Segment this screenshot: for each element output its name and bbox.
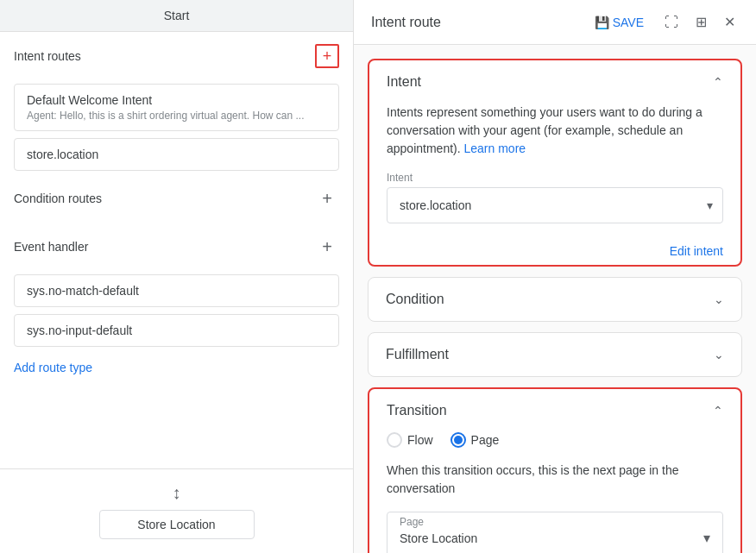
condition-section: Condition ⌄ xyxy=(368,277,742,322)
expand-button[interactable]: ⛶ xyxy=(661,11,682,34)
page-option-label: Page xyxy=(471,433,500,447)
flow-header: Start xyxy=(0,0,353,32)
intent-name-2: store.location xyxy=(27,148,326,161)
edit-intent-button[interactable]: Edit intent xyxy=(670,244,723,258)
right-panel-header: Intent route 💾 SAVE ⛶ ⊞ ✕ xyxy=(354,0,756,45)
page-field-select-row[interactable]: Store Location ▾ xyxy=(400,530,710,546)
add-event-handler-button[interactable]: + xyxy=(315,235,339,259)
add-condition-route-button[interactable]: + xyxy=(315,186,339,211)
flow-radio-circle xyxy=(387,432,402,448)
page-radio-circle xyxy=(450,432,466,448)
event-handler-header: Event handler + xyxy=(0,223,353,271)
close-button[interactable]: ✕ xyxy=(721,10,739,34)
intent-collapse-icon: ⌃ xyxy=(713,75,723,89)
condition-routes-label: Condition routes xyxy=(14,192,102,205)
condition-section-title: Condition xyxy=(386,292,444,307)
store-location-button[interactable]: Store Location xyxy=(99,510,255,539)
route-type-label: Intent route xyxy=(371,15,577,30)
intent-name-1: Default Welcome Intent xyxy=(27,93,326,107)
learn-more-link[interactable]: Learn more xyxy=(464,141,526,155)
page-radio-option[interactable]: Page xyxy=(450,432,500,448)
intent-select-wrapper: store.location ▾ xyxy=(387,187,723,223)
condition-routes-header: Condition routes + xyxy=(0,174,353,223)
transition-section-title: Transition xyxy=(387,403,447,418)
transition-section-body: Flow Page When this transition occurs, t… xyxy=(369,432,740,553)
event-handler-label: Event handler xyxy=(14,240,88,254)
transition-radio-group: Flow Page xyxy=(387,432,723,448)
sys-no-match-item[interactable]: sys.no-match-default xyxy=(14,274,339,307)
flow-radio-option[interactable]: Flow xyxy=(387,432,433,448)
transition-description: When this transition occurs, this is the… xyxy=(387,462,723,498)
add-route-type-link[interactable]: Add route type xyxy=(0,350,353,385)
condition-section-header[interactable]: Condition ⌄ xyxy=(369,278,741,321)
save-button[interactable]: 💾 SAVE xyxy=(588,12,651,33)
store-location-intent-item[interactable]: store.location xyxy=(14,138,339,171)
page-field-label: Page xyxy=(400,516,710,528)
transition-collapse-icon: ⌃ xyxy=(713,404,723,418)
page-radio-inner xyxy=(454,436,463,444)
page-field-value: Store Location xyxy=(400,531,477,545)
fulfillment-expand-icon: ⌄ xyxy=(714,348,724,361)
sys-no-input-item[interactable]: sys.no-input-default xyxy=(14,314,339,347)
intent-routes-header: Intent routes + xyxy=(0,32,353,80)
default-welcome-intent-item[interactable]: Default Welcome Intent Agent: Hello, thi… xyxy=(14,84,339,131)
intent-section-body: Intents represent something your users w… xyxy=(369,104,740,237)
left-panel: Start Intent routes + Default Welcome In… xyxy=(0,0,354,553)
intent-description: Intents represent something your users w… xyxy=(387,104,723,158)
fulfillment-section-title: Fulfillment xyxy=(386,347,449,362)
fulfillment-section: Fulfillment ⌄ xyxy=(368,332,742,377)
condition-expand-icon: ⌄ xyxy=(714,292,724,306)
left-bottom: ↕ Store Location xyxy=(0,468,353,553)
arrow-down-icon: ↕ xyxy=(173,483,181,503)
intent-section-header[interactable]: Intent ⌃ xyxy=(369,60,740,104)
right-panel-content: Intent ⌃ Intents represent something you… xyxy=(354,45,756,553)
intent-desc-1: Agent: Hello, this is a shirt ordering v… xyxy=(27,110,326,122)
flow-option-label: Flow xyxy=(407,433,433,447)
intent-section: Intent ⌃ Intents represent something you… xyxy=(368,59,742,267)
page-field-group: Page Store Location ▾ xyxy=(387,512,723,553)
add-intent-route-button[interactable]: + xyxy=(315,44,339,68)
save-icon: 💾 xyxy=(595,16,609,29)
edit-intent-row: Edit intent xyxy=(369,237,740,265)
save-label: SAVE xyxy=(613,16,644,29)
collapse-button[interactable]: ⊞ xyxy=(692,10,710,34)
right-panel: Intent route 💾 SAVE ⛶ ⊞ ✕ Intent ⌃ Inten… xyxy=(354,0,756,553)
transition-section: Transition ⌃ Flow Page xyxy=(368,387,742,553)
fulfillment-section-header[interactable]: Fulfillment ⌄ xyxy=(369,333,741,376)
transition-section-header[interactable]: Transition ⌃ xyxy=(369,389,740,432)
intent-section-title: Intent xyxy=(387,74,421,90)
page-select-chevron-icon: ▾ xyxy=(703,530,710,546)
intent-field-label: Intent xyxy=(387,172,723,184)
intent-routes-label: Intent routes xyxy=(14,49,81,63)
intent-select[interactable]: store.location xyxy=(387,187,723,223)
